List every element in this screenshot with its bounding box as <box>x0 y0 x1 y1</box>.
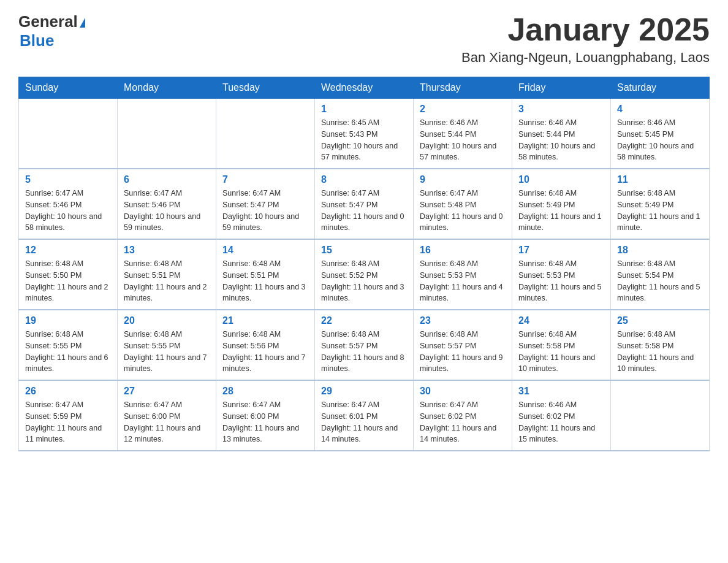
weekday-header-tuesday: Tuesday <box>216 77 315 99</box>
day-info: Sunrise: 6:48 AMSunset: 5:58 PMDaylight:… <box>617 329 703 375</box>
day-number: 21 <box>222 315 308 326</box>
day-info: Sunrise: 6:48 AMSunset: 5:58 PMDaylight:… <box>518 329 604 375</box>
weekday-header-monday: Monday <box>118 77 216 99</box>
month-title: January 2025 <box>461 12 710 47</box>
calendar-cell: 2Sunrise: 6:46 AMSunset: 5:44 PMDaylight… <box>414 99 512 169</box>
calendar-cell: 10Sunrise: 6:48 AMSunset: 5:49 PMDayligh… <box>512 169 611 239</box>
day-info: Sunrise: 6:46 AMSunset: 5:45 PMDaylight:… <box>617 117 703 163</box>
day-info: Sunrise: 6:47 AMSunset: 5:48 PMDaylight:… <box>420 188 506 234</box>
calendar-cell <box>19 99 118 169</box>
day-info: Sunrise: 6:48 AMSunset: 5:51 PMDaylight:… <box>222 258 308 304</box>
calendar-cell: 19Sunrise: 6:48 AMSunset: 5:55 PMDayligh… <box>19 310 118 380</box>
day-number: 14 <box>222 245 308 256</box>
weekday-header-sunday: Sunday <box>19 77 118 99</box>
weekday-header-wednesday: Wednesday <box>315 77 414 99</box>
day-info: Sunrise: 6:46 AMSunset: 6:02 PMDaylight:… <box>518 399 604 445</box>
calendar-cell <box>216 99 315 169</box>
calendar-cell: 27Sunrise: 6:47 AMSunset: 6:00 PMDayligh… <box>118 380 216 451</box>
calendar-week-row: 19Sunrise: 6:48 AMSunset: 5:55 PMDayligh… <box>19 310 710 380</box>
calendar-cell: 8Sunrise: 6:47 AMSunset: 5:47 PMDaylight… <box>315 169 414 239</box>
day-number: 22 <box>321 315 407 326</box>
calendar-cell: 16Sunrise: 6:48 AMSunset: 5:53 PMDayligh… <box>414 239 512 310</box>
page-header: General Blue January 2025 Ban Xiang-Ngeu… <box>18 12 710 66</box>
day-number: 20 <box>124 315 210 326</box>
day-info: Sunrise: 6:45 AMSunset: 5:43 PMDaylight:… <box>321 117 407 163</box>
weekday-header-friday: Friday <box>512 77 611 99</box>
logo-triangle-icon <box>80 18 85 28</box>
calendar-week-row: 1Sunrise: 6:45 AMSunset: 5:43 PMDaylight… <box>19 99 710 169</box>
day-number: 16 <box>420 245 506 256</box>
calendar-cell: 31Sunrise: 6:46 AMSunset: 6:02 PMDayligh… <box>512 380 611 451</box>
day-number: 15 <box>321 245 407 256</box>
day-number: 10 <box>518 174 604 185</box>
calendar-cell: 25Sunrise: 6:48 AMSunset: 5:58 PMDayligh… <box>611 310 710 380</box>
calendar-cell: 9Sunrise: 6:47 AMSunset: 5:48 PMDaylight… <box>414 169 512 239</box>
day-info: Sunrise: 6:48 AMSunset: 5:49 PMDaylight:… <box>617 188 703 234</box>
day-info: Sunrise: 6:47 AMSunset: 5:59 PMDaylight:… <box>25 399 111 445</box>
calendar-cell: 3Sunrise: 6:46 AMSunset: 5:44 PMDaylight… <box>512 99 611 169</box>
calendar-cell: 17Sunrise: 6:48 AMSunset: 5:53 PMDayligh… <box>512 239 611 310</box>
day-number: 30 <box>420 386 506 397</box>
day-number: 24 <box>518 315 604 326</box>
day-number: 3 <box>518 104 604 115</box>
calendar-week-row: 5Sunrise: 6:47 AMSunset: 5:46 PMDaylight… <box>19 169 710 239</box>
day-number: 28 <box>222 386 308 397</box>
day-info: Sunrise: 6:47 AMSunset: 6:00 PMDaylight:… <box>124 399 210 445</box>
day-number: 2 <box>420 104 506 115</box>
day-info: Sunrise: 6:48 AMSunset: 5:50 PMDaylight:… <box>25 258 111 304</box>
day-number: 26 <box>25 386 111 397</box>
day-number: 6 <box>124 174 210 185</box>
calendar-cell: 18Sunrise: 6:48 AMSunset: 5:54 PMDayligh… <box>611 239 710 310</box>
calendar-cell <box>118 99 216 169</box>
calendar-cell: 28Sunrise: 6:47 AMSunset: 6:00 PMDayligh… <box>216 380 315 451</box>
calendar-cell: 14Sunrise: 6:48 AMSunset: 5:51 PMDayligh… <box>216 239 315 310</box>
day-number: 4 <box>617 104 703 115</box>
day-info: Sunrise: 6:48 AMSunset: 5:49 PMDaylight:… <box>518 188 604 234</box>
calendar-header: SundayMondayTuesdayWednesdayThursdayFrid… <box>19 77 710 99</box>
day-info: Sunrise: 6:47 AMSunset: 6:01 PMDaylight:… <box>321 399 407 445</box>
day-number: 7 <box>222 174 308 185</box>
calendar-cell: 21Sunrise: 6:48 AMSunset: 5:56 PMDayligh… <box>216 310 315 380</box>
calendar-cell: 5Sunrise: 6:47 AMSunset: 5:46 PMDaylight… <box>19 169 118 239</box>
calendar-cell: 30Sunrise: 6:47 AMSunset: 6:02 PMDayligh… <box>414 380 512 451</box>
day-info: Sunrise: 6:48 AMSunset: 5:57 PMDaylight:… <box>420 329 506 375</box>
calendar-cell: 24Sunrise: 6:48 AMSunset: 5:58 PMDayligh… <box>512 310 611 380</box>
calendar-cell: 6Sunrise: 6:47 AMSunset: 5:46 PMDaylight… <box>118 169 216 239</box>
day-number: 18 <box>617 245 703 256</box>
day-info: Sunrise: 6:48 AMSunset: 5:57 PMDaylight:… <box>321 329 407 375</box>
day-number: 27 <box>124 386 210 397</box>
day-number: 29 <box>321 386 407 397</box>
calendar-cell <box>611 380 710 451</box>
day-info: Sunrise: 6:48 AMSunset: 5:51 PMDaylight:… <box>124 258 210 304</box>
day-info: Sunrise: 6:47 AMSunset: 5:46 PMDaylight:… <box>124 188 210 234</box>
day-info: Sunrise: 6:47 AMSunset: 6:00 PMDaylight:… <box>222 399 308 445</box>
day-info: Sunrise: 6:47 AMSunset: 6:02 PMDaylight:… <box>420 399 506 445</box>
day-info: Sunrise: 6:48 AMSunset: 5:55 PMDaylight:… <box>25 329 111 375</box>
day-info: Sunrise: 6:46 AMSunset: 5:44 PMDaylight:… <box>420 117 506 163</box>
day-info: Sunrise: 6:46 AMSunset: 5:44 PMDaylight:… <box>518 117 604 163</box>
day-number: 5 <box>25 174 111 185</box>
day-info: Sunrise: 6:48 AMSunset: 5:52 PMDaylight:… <box>321 258 407 304</box>
day-number: 9 <box>420 174 506 185</box>
day-number: 19 <box>25 315 111 326</box>
day-info: Sunrise: 6:48 AMSunset: 5:53 PMDaylight:… <box>518 258 604 304</box>
calendar-cell: 23Sunrise: 6:48 AMSunset: 5:57 PMDayligh… <box>414 310 512 380</box>
day-number: 8 <box>321 174 407 185</box>
day-info: Sunrise: 6:47 AMSunset: 5:47 PMDaylight:… <box>222 188 308 234</box>
day-number: 12 <box>25 245 111 256</box>
day-info: Sunrise: 6:48 AMSunset: 5:53 PMDaylight:… <box>420 258 506 304</box>
day-number: 11 <box>617 174 703 185</box>
weekday-row: SundayMondayTuesdayWednesdayThursdayFrid… <box>19 77 710 99</box>
calendar-week-row: 12Sunrise: 6:48 AMSunset: 5:50 PMDayligh… <box>19 239 710 310</box>
day-number: 25 <box>617 315 703 326</box>
day-number: 17 <box>518 245 604 256</box>
title-section: January 2025 Ban Xiang-Ngeun, Louangphab… <box>461 12 710 66</box>
logo-general-text: General <box>18 12 78 31</box>
day-info: Sunrise: 6:48 AMSunset: 5:55 PMDaylight:… <box>124 329 210 375</box>
calendar-cell: 13Sunrise: 6:48 AMSunset: 5:51 PMDayligh… <box>118 239 216 310</box>
calendar-cell: 15Sunrise: 6:48 AMSunset: 5:52 PMDayligh… <box>315 239 414 310</box>
day-info: Sunrise: 6:47 AMSunset: 5:46 PMDaylight:… <box>25 188 111 234</box>
calendar-table: SundayMondayTuesdayWednesdayThursdayFrid… <box>18 77 710 451</box>
location-title: Ban Xiang-Ngeun, Louangphabang, Laos <box>461 50 710 66</box>
day-number: 13 <box>124 245 210 256</box>
